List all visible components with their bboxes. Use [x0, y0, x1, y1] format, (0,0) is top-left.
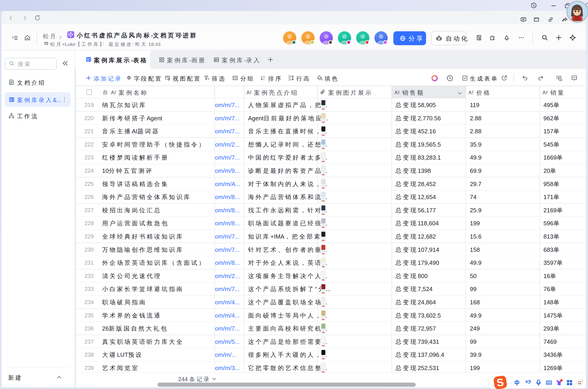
svg-text:A: A [263, 76, 265, 78]
svg-text:Z: Z [263, 78, 265, 81]
